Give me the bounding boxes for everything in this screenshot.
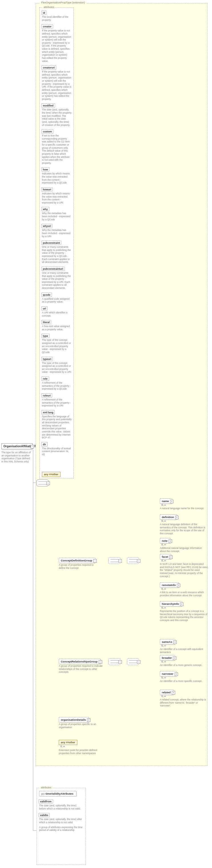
expand-icon[interactable]: + <box>173 641 177 644</box>
cr-compositor-1[interactable] <box>109 658 120 665</box>
root-desc: The type for an affiliation of an organi… <box>1 451 31 463</box>
elem-desc: In NAR 1.8 and later: facet is deprecate… <box>160 563 208 578</box>
elem-desc: A natural language name for the concept. <box>160 507 208 510</box>
attr-role[interactable]: role <box>41 376 49 381</box>
elem-desc: Represents the position of a concept in … <box>160 610 208 622</box>
attr-desc: The type of the concept assigned as a co… <box>42 362 71 374</box>
attr-dir[interactable]: dir <box>41 442 48 446</box>
cardinality: 0..∞ <box>161 520 166 522</box>
elem-organisation-details[interactable]: organisationDetails + <box>59 717 89 722</box>
attr-desc: If the property value is not defined, sp… <box>42 29 71 63</box>
elem-narrower[interactable]: narrower+ <box>160 671 177 677</box>
elem-desc: An identifier of a more specific concept… <box>160 680 208 683</box>
group-cd-desc: A group of properties required to define… <box>59 563 100 569</box>
attr-desc: Why the metadata has been included - exp… <box>42 212 71 221</box>
time-attr-label: attributes <box>40 786 53 789</box>
elem-related[interactable]: related+ <box>160 690 174 695</box>
attributes-label: attributes <box>42 6 55 8</box>
expand-icon[interactable]: + <box>173 656 176 660</box>
root-type-box[interactable]: OrganisationAffiliationType <box>1 443 33 449</box>
cardinality: 0..∞ <box>161 503 166 506</box>
elem-hierarchyInfo[interactable]: hierarchyInfo+ <box>160 601 182 607</box>
cd-compositor-2[interactable] <box>127 557 139 564</box>
expand-icon[interactable] <box>31 445 34 448</box>
attr-validfrom[interactable]: validfrom <box>38 799 53 804</box>
cardinality: 0..∞ <box>161 606 166 609</box>
time-foot: A group of attributes expressing the tim… <box>39 826 84 832</box>
attr-literal[interactable]: literal <box>41 320 51 324</box>
cardinality: 0..∞ <box>161 559 166 562</box>
cardinality: 0..∞ <box>161 543 166 546</box>
attr-desc: If the property value is not defined, sp… <box>42 70 71 100</box>
attr-desc: A refinement of the semantics of the pro… <box>42 398 71 407</box>
elem-remoteInfo[interactable]: remoteInfo+ <box>160 582 179 588</box>
attr-id[interactable]: id <box>41 10 47 15</box>
elem-desc: A link to an item or a web resource whic… <box>160 591 208 597</box>
elem-broader[interactable]: broader+ <box>160 655 175 660</box>
elem-desc: An identifier of a concept with equivale… <box>160 648 208 654</box>
attr-creatoruri[interactable]: creatoruri <box>41 65 56 70</box>
attr-desc: A refinement of the semantics of the pro… <box>42 381 71 391</box>
attr-desc: If set to true the corresponding propert… <box>42 134 71 164</box>
cr-compositor-2[interactable] <box>127 658 139 665</box>
attr-pubconstraint[interactable]: pubconstraint <box>41 241 61 245</box>
elem-desc: A natural language definition of the sem… <box>160 523 208 535</box>
cd-compositor-1[interactable] <box>109 557 120 564</box>
any-other-element: any ##other <box>59 740 77 745</box>
expand-icon[interactable]: + <box>175 516 179 519</box>
any-attribute: any ##other <box>42 472 60 477</box>
expand-icon[interactable]: + <box>172 691 175 694</box>
attr-desc: Why the metadata has been included - exp… <box>42 229 71 238</box>
group-concept-definition[interactable]: ConceptDefinitionGroup − <box>59 558 95 563</box>
attr-desc: The local identifier of the property. <box>42 16 71 22</box>
expand-icon[interactable]: − <box>93 559 97 563</box>
attr-desc: A URI which identifies a concept. <box>42 311 71 317</box>
expand-icon[interactable]: + <box>169 555 173 559</box>
expand-icon[interactable]: + <box>180 602 183 606</box>
group-time-validity[interactable]: grp timeValidityAttributes <box>39 791 77 796</box>
elem-name[interactable]: name+ <box>160 498 172 504</box>
cardinality: 0..∞ <box>60 745 65 748</box>
attr-validto[interactable]: validto <box>38 813 50 817</box>
any-other-desc: Extension point for provider-defined pro… <box>59 749 104 755</box>
elem-desc: Additional natural language information … <box>160 547 208 553</box>
elem-desc: A related concept, where the relationshi… <box>160 698 208 707</box>
group-concept-relationships[interactable]: ConceptRelationshipsGroup − <box>59 659 101 664</box>
attr-pubconstrainturi[interactable]: pubconstrainturi <box>41 267 65 271</box>
expand-icon[interactable]: − <box>99 660 102 663</box>
expand-icon[interactable]: + <box>175 673 178 676</box>
attributes-list: idThe local identifier of the property.c… <box>40 8 73 456</box>
attr-roleuri[interactable]: roleuri <box>41 393 52 398</box>
attr-type[interactable]: type <box>41 334 50 338</box>
expand-icon[interactable]: + <box>87 718 90 722</box>
attr-howuri[interactable]: howuri <box>41 187 53 191</box>
attr-xmllang[interactable]: xml:lang <box>41 410 55 414</box>
attr-typeuri[interactable]: typeuri <box>41 357 53 361</box>
cardinality: 0..∞ <box>161 587 166 590</box>
expand-icon[interactable]: + <box>170 500 174 503</box>
attr-custom[interactable]: custom <box>41 129 53 133</box>
expand-icon[interactable]: + <box>169 539 172 543</box>
cardinality: 0..∞ <box>161 660 166 663</box>
elem-sameAs[interactable]: sameAs+ <box>160 639 175 645</box>
elem-note[interactable]: note+ <box>160 538 171 544</box>
attr-modified[interactable]: modified <box>41 103 55 107</box>
attributes-panel: attributes idThe local identifier of the… <box>39 7 73 478</box>
sequence-compositor[interactable] <box>36 479 49 486</box>
attr-whyuri[interactable]: whyuri <box>41 224 53 228</box>
attr-how[interactable]: how <box>41 167 49 172</box>
attr-desc: The date (and, optionally, the time) aft… <box>39 818 84 824</box>
elem-facet[interactable]: facet+ <box>160 554 171 559</box>
attr-desc: Specifies the language of this property … <box>42 415 71 439</box>
diagram-canvas: OrganisationAffiliationType The type for… <box>0 0 212 868</box>
attr-creator[interactable]: creator <box>41 24 53 29</box>
attr-qcode[interactable]: qcode <box>41 292 52 297</box>
elem-definition[interactable]: definition+ <box>160 514 177 520</box>
attr-desc: Indicates by which means the value was e… <box>42 172 71 184</box>
expand-icon[interactable] <box>47 482 50 485</box>
attr-uri[interactable]: uri <box>41 306 48 311</box>
attr-desc: The date (and, optionally, the time) bef… <box>39 804 84 810</box>
expand-icon[interactable]: + <box>177 584 180 587</box>
attr-desc: One or many constraints that apply to pu… <box>42 272 71 290</box>
attr-why[interactable]: why <box>41 207 49 211</box>
